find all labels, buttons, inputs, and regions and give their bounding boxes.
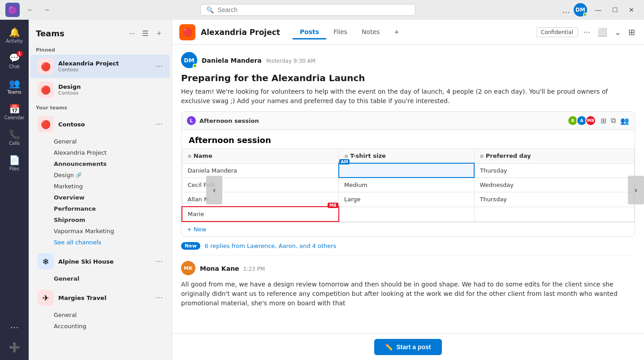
sidebar-add-button[interactable]: ＋ xyxy=(154,27,164,40)
search-input[interactable] xyxy=(217,6,410,13)
channel-more-button[interactable]: ··· xyxy=(582,26,592,39)
reply-author-info: Mona Kane 1:23 PM xyxy=(200,264,265,273)
loop-icon: L xyxy=(187,116,196,125)
cell-name-4[interactable]: MB Marie xyxy=(182,207,339,221)
nav-chevron-right[interactable]: › xyxy=(628,176,644,204)
reply-time: 1:23 PM xyxy=(243,266,265,272)
channel-general[interactable]: General xyxy=(30,136,170,147)
cell-tshirt-2[interactable]: Medium xyxy=(339,178,475,192)
col-name: ≡Name xyxy=(182,149,339,164)
channel-marketing[interactable]: Marketing xyxy=(30,181,170,192)
nav-item-calendar[interactable]: 📅 Calendar xyxy=(2,100,27,124)
team-info-alexandria: Alexandria Project Contoso xyxy=(58,60,151,73)
team-more-button-alpine[interactable]: ··· xyxy=(156,257,163,266)
cell-day-2[interactable]: Wednesday xyxy=(474,178,634,192)
activity-icon: 🔔 xyxy=(9,27,20,38)
cell-name-3[interactable]: Allan M xyxy=(182,192,339,207)
sidebar-filter-button[interactable]: ☰ xyxy=(140,27,150,40)
cell-tshirt-1[interactable]: AM xyxy=(339,163,475,178)
channel-margies-accounting[interactable]: Accounting xyxy=(30,321,170,332)
nav-chevron-left[interactable]: ‹ xyxy=(206,176,222,204)
cell-name-2[interactable]: Cecil Folk xyxy=(182,178,339,192)
online-indicator xyxy=(583,13,587,17)
team-more-button-alexandria[interactable]: ··· xyxy=(156,62,163,71)
channel-performance[interactable]: Performance xyxy=(30,203,170,214)
sidebar-header-actions: ··· ☰ ＋ xyxy=(127,27,164,40)
team-info-contoso: Contoso xyxy=(58,121,151,128)
confidential-badge[interactable]: Confidential xyxy=(536,27,578,37)
nav-forward-button[interactable]: → xyxy=(39,4,54,16)
channel-chevron-button[interactable]: ⌄ xyxy=(613,26,623,39)
tab-files[interactable]: Files xyxy=(326,26,354,39)
sidebar-options-button[interactable]: ··· xyxy=(127,27,137,40)
nav-back-button[interactable]: ← xyxy=(23,4,38,16)
loop-header-right: A A MB ⊞ ⧉ 👥 xyxy=(567,115,629,126)
loop-title: Afternoon session xyxy=(199,117,259,124)
add-row-button[interactable]: + New xyxy=(182,222,635,236)
more-options-button[interactable]: ... xyxy=(562,5,570,15)
nav-item-files[interactable]: 📄 Files xyxy=(2,151,27,175)
loop-copy-button[interactable]: ⧉ xyxy=(611,117,616,125)
cell-day-4[interactable] xyxy=(474,207,634,221)
nav-item-teams[interactable]: 👥 Teams xyxy=(2,74,27,98)
new-badge: New xyxy=(181,242,200,250)
team-more-button-contoso[interactable]: ··· xyxy=(156,120,163,129)
user-avatar[interactable]: DM xyxy=(574,3,587,17)
start-post-button[interactable]: ✏️ Start a post xyxy=(374,339,441,355)
channel-margies-general[interactable]: General xyxy=(30,309,170,321)
post-header: DM Daniela Mandera Yesterday 9:30 AM xyxy=(181,52,635,68)
channel-shiproom[interactable]: Shiproom xyxy=(30,214,170,226)
channel-name: Alexandria Project xyxy=(201,28,280,37)
tab-posts[interactable]: Posts xyxy=(293,26,326,39)
calendar-icon: 📅 xyxy=(9,104,20,114)
loop-container: L Afternoon session A A MB ⊞ ⧉ xyxy=(181,111,635,237)
sidebar-title: Teams xyxy=(36,29,65,38)
table-row: Allan M Large Thursday xyxy=(182,192,635,207)
team-name-design: Design xyxy=(58,83,163,90)
cell-tshirt-3[interactable]: Large xyxy=(339,192,475,207)
close-button[interactable]: ✕ xyxy=(624,4,639,15)
maximize-button[interactable]: ☐ xyxy=(608,4,622,15)
channel-expand-button[interactable]: ⬜ xyxy=(596,26,609,39)
main-content: 🔴 Alexandria Project Posts Files Notes +… xyxy=(172,20,644,360)
more-nav-button[interactable]: ··· xyxy=(6,319,22,337)
team-item-alexandria[interactable]: 🔴 Alexandria Project Contoso ··· xyxy=(30,55,170,78)
channel-vapormax[interactable]: Vapormax Marketing xyxy=(30,226,170,237)
replies-link[interactable]: 6 replies from Lawrence, Aaron, and 4 ot… xyxy=(205,243,337,249)
tab-add[interactable]: + xyxy=(387,26,406,39)
your-teams-label: Your teams xyxy=(29,101,172,113)
channel-header: 🔴 Alexandria Project Posts Files Notes +… xyxy=(172,20,644,45)
nav-item-calls[interactable]: 📞 Calls xyxy=(2,126,27,149)
channel-announcements[interactable]: Announcements xyxy=(30,158,170,169)
tab-notes[interactable]: Notes xyxy=(354,26,387,39)
loop-table-title: Afternoon session xyxy=(182,130,635,148)
team-avatar-alpine: ❄️ xyxy=(38,253,54,269)
loop-header: L Afternoon session A A MB ⊞ ⧉ xyxy=(182,112,635,130)
channel-alpine-general[interactable]: General xyxy=(30,273,170,284)
team-item-design[interactable]: 🔴 Design Contoso xyxy=(30,78,170,101)
team-item-margies[interactable]: ✈️ Margies Travel ··· xyxy=(30,286,170,309)
search-bar[interactable]: 🔍 xyxy=(200,4,415,16)
channel-overview[interactable]: Overview xyxy=(30,192,170,203)
table-row: MB Marie xyxy=(182,207,635,221)
cell-day-1[interactable]: Thursday xyxy=(474,163,634,178)
cell-tshirt-4[interactable] xyxy=(339,207,475,221)
window-controls: — ☐ ✕ xyxy=(591,4,639,15)
loop-grid-button[interactable]: ⊞ xyxy=(601,117,606,125)
minimize-button[interactable]: — xyxy=(591,4,606,15)
channel-layout-button[interactable]: ⊞ xyxy=(627,26,637,39)
team-item-alpine[interactable]: ❄️ Alpine Ski House ··· xyxy=(30,250,170,273)
cell-day-3[interactable]: Thursday xyxy=(474,192,634,207)
nav-item-chat[interactable]: 💬 1 Chat xyxy=(2,49,27,73)
apps-button[interactable]: ➕ xyxy=(5,338,24,356)
channel-design[interactable]: Design 🔗 xyxy=(30,169,170,181)
reply-author-name: Mona Kane xyxy=(200,265,239,272)
team-more-button-margies[interactable]: ··· xyxy=(156,294,163,302)
nav-item-activity[interactable]: 🔔 Activity xyxy=(2,23,27,47)
cell-name-1[interactable]: Daniela Mandera xyxy=(182,163,339,178)
see-all-channels-link[interactable]: See all channels xyxy=(30,237,170,248)
sidebar: Teams ··· ☰ ＋ Pinned 🔴 Alexandria Projec… xyxy=(29,20,172,360)
channel-alexandria-project[interactable]: Alexandria Project xyxy=(30,147,170,158)
loop-share-button[interactable]: 👥 xyxy=(620,117,629,125)
team-item-contoso[interactable]: 🔴 Contoso ··· xyxy=(30,113,170,136)
